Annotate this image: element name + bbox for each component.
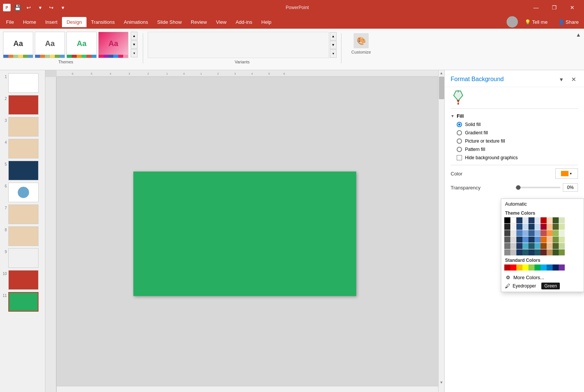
theme-color-cell[interactable] [504, 243, 510, 249]
automatic-color-option[interactable]: Automatic [501, 199, 584, 209]
theme-color-cell[interactable] [541, 224, 547, 230]
solid-fill-radio[interactable] [457, 122, 462, 127]
ribbon-collapse-btn[interactable]: ▲ [576, 32, 581, 38]
themes-scroll-up[interactable]: ▲ [131, 32, 138, 40]
customize-qat-btn[interactable]: ▾ [58, 3, 67, 12]
slide-img-6[interactable] [8, 183, 39, 202]
theme-color-cell[interactable] [553, 224, 559, 230]
slide-img-10[interactable] [8, 270, 39, 290]
theme-color-cell[interactable] [516, 217, 522, 223]
menu-addins[interactable]: Add-ins [231, 17, 257, 27]
save-quick-btn[interactable]: 💾 [13, 3, 22, 12]
theme-color-cell[interactable] [522, 217, 528, 223]
customize-btn[interactable]: 🎨 Customize [346, 32, 376, 56]
menu-review[interactable]: Review [186, 17, 212, 27]
slide-img-4[interactable] [8, 139, 39, 158]
std-color-cell[interactable] [522, 264, 528, 271]
theme-color-cell[interactable] [559, 217, 565, 223]
scroll-up-arrow[interactable]: ▲ [439, 70, 444, 76]
theme-color-cell[interactable] [535, 230, 541, 236]
panel-close-btn[interactable]: ✕ [569, 75, 578, 84]
theme-color-cell[interactable] [559, 249, 565, 255]
pattern-fill-radio[interactable] [457, 147, 462, 152]
slide-thumb-3[interactable]: 3 [2, 117, 43, 137]
color-picker-btn[interactable]: ▼ [555, 168, 578, 179]
menu-home[interactable]: Home [19, 17, 41, 27]
slide-thumb-6[interactable]: 6 [2, 183, 43, 202]
hide-background-option[interactable]: Hide background graphics [457, 155, 578, 160]
theme-color-cell[interactable] [516, 230, 522, 236]
gradient-fill-radio[interactable] [457, 130, 462, 135]
theme-color-cell[interactable] [522, 224, 528, 230]
theme-color-cell[interactable] [547, 230, 553, 236]
theme-color-cell[interactable] [510, 217, 516, 223]
std-color-cell[interactable] [547, 264, 553, 271]
slide-thumb-11[interactable]: 11 [2, 292, 43, 312]
variants-scroll-up[interactable]: ▲ [330, 32, 337, 40]
theme-color-cell[interactable] [553, 237, 559, 243]
std-color-cell[interactable] [535, 264, 541, 271]
picture-texture-radio[interactable] [457, 138, 462, 144]
theme-color-cell[interactable] [504, 249, 510, 255]
std-color-cell[interactable] [504, 264, 510, 271]
theme-color-cell[interactable] [559, 224, 565, 230]
theme-color-cell[interactable] [516, 249, 522, 255]
theme-color-cell[interactable] [504, 230, 510, 236]
slide-thumb-5[interactable]: 5 [2, 161, 43, 180]
slide-img-2[interactable] [8, 95, 39, 115]
menu-animations[interactable]: Animations [119, 17, 153, 27]
theme-color-cell[interactable] [541, 230, 547, 236]
slide-thumb-1[interactable]: 1 [2, 73, 43, 93]
slide-thumb-4[interactable]: 4 [2, 139, 43, 158]
pattern-fill-option[interactable]: Pattern fill [457, 147, 578, 152]
redo-btn[interactable]: ↪ [47, 3, 56, 12]
theme-item-1[interactable]: Aa [3, 32, 33, 58]
slide-img-5[interactable] [8, 161, 39, 180]
theme-color-cell[interactable] [559, 237, 565, 243]
slider-thumb[interactable] [516, 185, 521, 190]
std-color-cell[interactable] [553, 264, 559, 271]
themes-scroll-more[interactable]: ▾ [131, 49, 138, 57]
menu-slideshow[interactable]: Slide Show [153, 17, 186, 27]
slide-thumb-10[interactable]: 10 [2, 270, 43, 290]
menu-insert[interactable]: Insert [41, 17, 62, 27]
theme-color-cell[interactable] [528, 243, 535, 249]
theme-color-cell[interactable] [528, 224, 535, 230]
slide-img-11[interactable] [8, 292, 39, 312]
theme-color-cell[interactable] [547, 243, 553, 249]
theme-color-cell[interactable] [553, 243, 559, 249]
theme-color-cell[interactable] [522, 243, 528, 249]
theme-color-cell[interactable] [510, 230, 516, 236]
fill-section-header[interactable]: ▼ Fill [451, 112, 578, 120]
theme-color-cell[interactable] [510, 243, 516, 249]
theme-color-cell[interactable] [504, 224, 510, 230]
menu-help[interactable]: Help [257, 17, 276, 27]
slide-img-3[interactable] [8, 117, 39, 137]
theme-item-3[interactable]: Aa [66, 32, 97, 58]
theme-color-cell[interactable] [547, 249, 553, 255]
theme-color-cell[interactable] [522, 237, 528, 243]
theme-item-2[interactable]: Aa [35, 32, 65, 58]
std-color-cell[interactable] [528, 264, 535, 271]
menu-transitions[interactable]: Transitions [87, 17, 119, 27]
picture-texture-option[interactable]: Picture or texture fill [457, 138, 578, 144]
slide-thumb-9[interactable]: 9 [2, 248, 43, 268]
theme-color-cell[interactable] [535, 224, 541, 230]
slide-img-9[interactable] [8, 248, 39, 268]
transparency-slider[interactable] [515, 187, 561, 188]
maximize-btn[interactable]: ❐ [545, 0, 563, 15]
menu-view[interactable]: View [212, 17, 231, 27]
slide-thumb-8[interactable]: 8 [2, 226, 43, 246]
theme-color-cell[interactable] [553, 249, 559, 255]
std-color-cell[interactable] [559, 264, 565, 271]
theme-color-cell[interactable] [553, 230, 559, 236]
share-btn[interactable]: 👤 Share [555, 17, 582, 27]
theme-color-cell[interactable] [516, 224, 522, 230]
undo-btn[interactable]: ↩ [24, 3, 33, 12]
theme-color-cell[interactable] [553, 217, 559, 223]
eyedropper-action[interactable]: 🖊 Eyedropper Green [501, 282, 584, 292]
std-color-cell[interactable] [541, 264, 547, 271]
slide-img-8[interactable] [8, 226, 39, 246]
account-avatar[interactable] [507, 16, 518, 28]
transparency-input[interactable] [563, 183, 578, 192]
